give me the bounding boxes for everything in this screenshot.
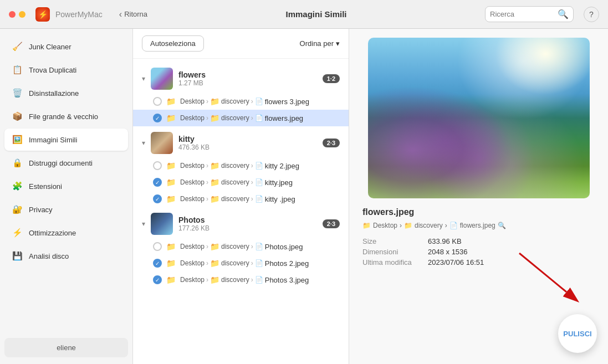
path-desktop: Desktop <box>180 98 205 105</box>
folder-icon: 📁 <box>210 97 219 106</box>
group-toggle-flowers[interactable]: ▾ <box>142 75 145 83</box>
main-content: 🧹 Junk Cleaner 📋 Trova Duplicati 🗑️ Disi… <box>0 29 608 364</box>
checkbox[interactable] <box>153 161 162 170</box>
arrow-icon: › <box>206 98 208 105</box>
breadcrumb: Desktop › 📁 discovery › 📄 kitty .jpeg <box>180 194 295 203</box>
help-button[interactable]: ? <box>584 7 599 22</box>
sidebar-item-distruggi-documenti[interactable]: 🔒 Distruggi documenti <box>4 152 128 174</box>
arrow-icon: › <box>206 162 208 170</box>
folder-icon: 📁 <box>166 161 176 170</box>
sidebar-item-estensioni[interactable]: 🧩 Estensioni <box>4 175 128 197</box>
folder-icon: 📁 <box>210 259 219 268</box>
folder-path-icon: 📁 <box>362 222 371 229</box>
checkbox[interactable] <box>153 97 162 106</box>
sidebar-label-ottimizzazione: Ottimizzazione <box>29 229 76 237</box>
checkbox-checked[interactable]: ✓ <box>153 178 162 187</box>
group-name-flowers: flowers <box>178 70 317 79</box>
close-button[interactable] <box>9 11 16 18</box>
path-desktop: Desktop <box>180 114 205 122</box>
group-toggle-photos[interactable]: ▾ <box>142 220 145 228</box>
folder-icon: 📁 <box>166 242 176 251</box>
toolbar: Autoseleziona Ordina per ▾ <box>133 29 349 59</box>
breadcrumb: Desktop › 📁 discovery › 📄 Photos.jpeg <box>180 242 303 251</box>
meta-value-modified: 2023/07/06 16:51 <box>428 258 484 266</box>
breadcrumb: Desktop › 📁 discovery › 📄 Photos 2.jpeg <box>180 259 309 268</box>
arrow-icon: › <box>206 114 208 122</box>
arrow-icon: › <box>206 178 208 186</box>
folder-icon: 📁 <box>210 194 219 203</box>
file-icon: 📄 <box>255 259 263 267</box>
sidebar-item-privacy[interactable]: 🔐 Privacy <box>4 198 128 221</box>
meta-label-dimensions: Dimensioni <box>362 248 423 256</box>
path-discovery: discovery <box>415 222 443 229</box>
path-discovery: discovery <box>221 114 249 122</box>
sidebar-item-junk-cleaner[interactable]: 🧹 Junk Cleaner <box>4 35 128 58</box>
folder-icon: 📁 <box>210 275 219 284</box>
file-icon: 📄 <box>255 178 263 186</box>
sidebar-item-analisi-disco[interactable]: 💾 Analisi disco <box>4 245 128 267</box>
sidebar-label-estensioni: Estensioni <box>29 182 62 191</box>
back-button[interactable]: ‹ Ritorna <box>119 9 147 19</box>
app-name: PowerMyMac <box>55 10 103 19</box>
meta-row-modified: Ultima modifica 2023/07/06 16:51 <box>362 258 595 266</box>
folder-icon: 📁 <box>166 275 176 284</box>
file-name: kitty .jpeg <box>265 195 295 203</box>
file-item[interactable]: 📁 Desktop › 📁 discovery › 📄 flowers 3.jp… <box>133 93 349 110</box>
arrow-icon: › <box>251 195 253 203</box>
file-list-panel: Autoseleziona Ordina per ▾ ▾ flowers 1.2… <box>133 29 349 364</box>
sidebar-label-trova-duplicati: Trova Duplicati <box>29 66 76 74</box>
arrow-icon: › <box>251 178 253 186</box>
group-info-kitty: kitty 476.36 KB <box>178 135 317 151</box>
app-logo: ⚡ <box>35 7 50 22</box>
arrow-icon: › <box>206 276 208 284</box>
estensioni-icon: 🧩 <box>11 180 23 192</box>
sidebar-item-ottimizzazione[interactable]: ⚡ Ottimizzazione <box>4 222 128 244</box>
group-badge-flowers: 1·2 <box>323 74 340 83</box>
preview-panel: flowers.jpeg 📁 Desktop › 📁 discovery › 📄… <box>349 29 608 364</box>
sidebar-item-immagini-simili[interactable]: 🖼️ Immagini Simili <box>4 129 128 151</box>
group-size-photos: 177.26 KB <box>178 224 317 232</box>
sidebar-label-file-grande: File grande & vecchio <box>29 112 98 121</box>
path-filename: flowers.jpeg <box>460 222 495 229</box>
checkbox-checked[interactable]: ✓ <box>153 194 162 203</box>
file-item[interactable]: ✓ 📁 Desktop › 📁 discovery › 📄 kitty.jpeg <box>133 174 349 191</box>
file-item[interactable]: ✓ 📁 Desktop › 📁 discovery › 📄 Photos 3.j… <box>133 271 349 288</box>
checkbox-checked[interactable]: ✓ <box>153 259 162 268</box>
file-item-selected[interactable]: ✓ 📁 Desktop › 📁 discovery › 📄 flowers.jp… <box>133 110 349 126</box>
file-item[interactable]: 📁 Desktop › 📁 discovery › 📄 kitty 2.jpeg <box>133 157 349 174</box>
chevron-down-icon: ▾ <box>336 39 340 48</box>
clean-button[interactable]: PULISCI <box>558 314 597 353</box>
group-size-kitty: 476.36 KB <box>178 143 317 151</box>
sidebar-item-trova-duplicati[interactable]: 📋 Trova Duplicati <box>4 59 128 81</box>
user-label: eliene <box>4 338 128 357</box>
meta-value-size: 633.96 KB <box>428 237 462 245</box>
file-path-icon: 📄 <box>449 222 458 229</box>
analisi-disco-icon: 💾 <box>11 250 23 262</box>
folder-icon: 📁 <box>210 242 219 251</box>
checkbox[interactable] <box>153 242 162 251</box>
checkbox-checked[interactable]: ✓ <box>153 275 162 284</box>
file-meta: Size 633.96 KB Dimensioni 2048 x 1536 Ul… <box>362 237 595 266</box>
file-name: Photos.jpeg <box>265 243 303 251</box>
group-toggle-kitty[interactable]: ▾ <box>142 139 145 147</box>
group-info-photos: Photos 177.26 KB <box>178 216 317 232</box>
file-item[interactable]: ✓ 📁 Desktop › 📁 discovery › 📄 Photos 2.j… <box>133 255 349 271</box>
checkbox-checked[interactable]: ✓ <box>153 114 162 122</box>
path-discovery: discovery <box>221 98 249 105</box>
breadcrumb: Desktop › 📁 discovery › 📄 flowers 3.jpeg <box>180 97 309 106</box>
file-item[interactable]: ✓ 📁 Desktop › 📁 discovery › 📄 kitty .jpe… <box>133 191 349 207</box>
arrow-icon: › <box>251 243 253 250</box>
file-item[interactable]: 📁 Desktop › 📁 discovery › 📄 Photos.jpeg <box>133 238 349 255</box>
sort-button[interactable]: Ordina per ▾ <box>300 39 340 48</box>
breadcrumb: Desktop › 📁 discovery › 📄 kitty.jpeg <box>180 178 293 187</box>
search-bar[interactable]: 🔍 <box>485 6 574 22</box>
sidebar-item-file-grande[interactable]: 📦 File grande & vecchio <box>4 105 128 127</box>
file-icon: 📄 <box>255 195 263 203</box>
autoselect-button[interactable]: Autoseleziona <box>142 35 204 52</box>
search-input[interactable] <box>490 10 554 18</box>
minimize-button[interactable] <box>19 11 25 18</box>
meta-value-dimensions: 2048 x 1536 <box>428 248 468 256</box>
chevron-left-icon: ‹ <box>119 9 122 19</box>
arrow-icon: › <box>251 114 253 122</box>
sidebar-item-disinstallazione[interactable]: 🗑️ Disinstallazione <box>4 82 128 104</box>
